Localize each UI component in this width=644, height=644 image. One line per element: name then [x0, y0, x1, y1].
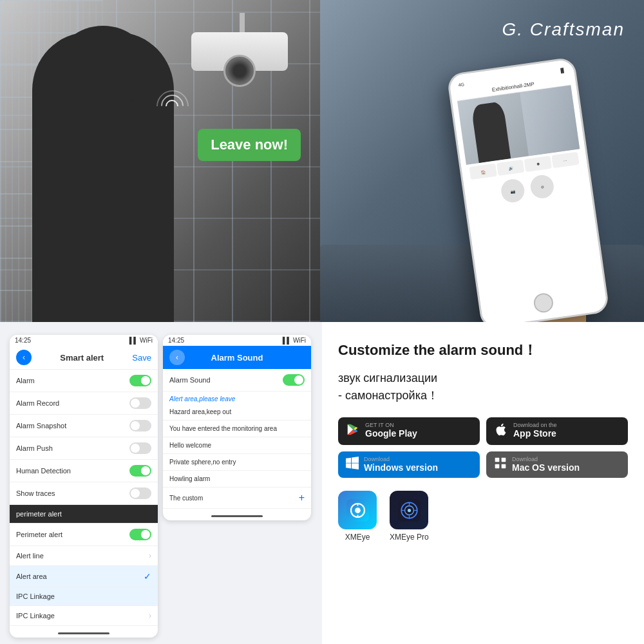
- mac-download-button[interactable]: Download Mac OS version: [486, 451, 628, 478]
- google-play-icon: [346, 422, 360, 440]
- camera-body: [191, 32, 288, 71]
- row-show-traces: Show traces: [10, 482, 158, 505]
- xmeye-label: XMEye: [345, 533, 370, 542]
- google-play-text: GET IT ON Google Play: [365, 422, 417, 439]
- alarm-sound-header: ‹ Alarm Sound: [163, 346, 311, 369]
- mac-text: Download Mac OS version: [512, 457, 580, 473]
- smart-alert-progress: [10, 626, 158, 638]
- hero-phone-body: 4G ▐▌ Exhibitionhall-2MP 🏠: [446, 57, 610, 322]
- svg-rect-0: [495, 458, 500, 462]
- row-ipc-linkage-header: IPC Linkage: [10, 587, 158, 606]
- person-silhouette: [19, 26, 187, 322]
- hero-ctrl-home: 🏠: [469, 164, 497, 180]
- hero-phone-window: [520, 85, 580, 156]
- sound-option-1[interactable]: Hazard area,keep out: [163, 404, 311, 421]
- alarm-sound-toggle-label: Alarm Sound: [169, 376, 211, 384]
- alarm-sound-progress: [163, 509, 311, 520]
- app-icons-row: XMEye XMEye Pro: [338, 491, 628, 542]
- russian-line1: звук сигнализации: [338, 370, 628, 387]
- row-show-traces-label: Show traces: [16, 489, 55, 497]
- camera-image: [191, 13, 307, 90]
- row-alarm-record-toggle[interactable]: [129, 397, 151, 409]
- bottom-section: 14:25 ▐ ▌ WiFi ‹ Smart alert Save Alarm …: [0, 322, 644, 644]
- row-alert-area-label: Alert area: [16, 573, 47, 580]
- hand-phone-group: 4G ▐▌ Exhibitionhall-2MP 🏠: [464, 64, 592, 322]
- hero-phone-person: [471, 101, 511, 163]
- add-custom-icon[interactable]: +: [299, 492, 305, 504]
- app-store-icon: [494, 422, 508, 440]
- row-alarm-label: Alarm: [16, 377, 35, 384]
- row-perimeter-alert-dark: perimeter alert: [10, 505, 158, 524]
- hero-ctrl-more: ⋯: [551, 152, 579, 169]
- row-ipc-linkage: IPC Linkage ›: [10, 606, 158, 626]
- alarm-sound-icons: ▐ ▌ WiFi: [280, 337, 306, 344]
- hero-ctrl-settings: ⚙: [529, 174, 555, 200]
- hero-ctrl-record: ⏺: [524, 156, 552, 173]
- sound-option-4[interactable]: Private sphere,no entry: [163, 454, 311, 471]
- sound-option-2[interactable]: You have entered the monitoring area: [163, 421, 311, 437]
- row-alarm: Alarm: [10, 370, 158, 392]
- alarm-sound-toggle[interactable]: [283, 374, 305, 386]
- smart-alert-card: 14:25 ▐ ▌ WiFi ‹ Smart alert Save Alarm …: [10, 335, 158, 638]
- row-alert-line-label: Alert line: [16, 552, 44, 560]
- sound-option-3[interactable]: Hello welcome: [163, 437, 311, 454]
- hero-phone-screen: 4G ▐▌ Exhibitionhall-2MP 🏠: [449, 59, 608, 322]
- smart-alert-back[interactable]: ‹: [16, 350, 32, 365]
- row-alarm-snapshot: Alarm Snapshot: [10, 415, 158, 437]
- left-hero-image: Leave now!: [0, 0, 320, 322]
- alarm-sound-back[interactable]: ‹: [169, 350, 185, 365]
- row-perimeter-alert-toggle[interactable]: [129, 529, 151, 540]
- windows-sub: Download: [364, 457, 438, 462]
- xmeye-pro-icon: [390, 491, 428, 529]
- row-alert-area: Alert area ✓: [10, 566, 158, 587]
- row-ipc-linkage-label: IPC Linkage: [16, 612, 55, 620]
- hero-time: 4G: [458, 82, 464, 87]
- windows-icon: [346, 457, 359, 473]
- sound-option-custom[interactable]: The custom +: [163, 488, 311, 509]
- row-alarm-snapshot-toggle[interactable]: [129, 420, 151, 431]
- row-alarm-toggle[interactable]: [129, 375, 151, 386]
- google-play-button[interactable]: GET IT ON Google Play: [338, 417, 480, 445]
- hero-signal: ▐▌: [559, 68, 566, 73]
- leave-now-bubble: Leave now!: [198, 129, 301, 161]
- row-human-detection-toggle[interactable]: [129, 465, 151, 477]
- row-perimeter-alert-dark-label: perimeter alert: [16, 510, 62, 518]
- customize-title: Customize the alarm sound！: [338, 341, 628, 360]
- sound-option-1-label: Hazard area,keep out: [169, 408, 231, 415]
- row-alert-line-chevron: ›: [149, 551, 151, 560]
- sound-option-5[interactable]: Howling alarm: [163, 471, 311, 488]
- xmeye-pro-app-item: XMEye Pro: [390, 491, 429, 542]
- svg-point-12: [408, 509, 411, 512]
- svg-point-6: [355, 507, 361, 513]
- progress-line-2: [211, 515, 263, 517]
- xmeye-icon: [338, 491, 377, 529]
- app-store-sub: Download on the: [513, 422, 557, 428]
- row-alarm-snapshot-label: Alarm Snapshot: [16, 422, 66, 430]
- smart-alert-save[interactable]: Save: [132, 353, 151, 363]
- mac-icon: [494, 457, 507, 473]
- row-alert-area-check: ✓: [144, 571, 151, 582]
- row-perimeter-alert: Perimeter alert: [10, 524, 158, 546]
- row-alarm-push: Alarm Push: [10, 437, 158, 460]
- row-human-detection-label: Human Detection: [16, 467, 71, 475]
- sound-option-custom-label: The custom: [169, 495, 203, 502]
- download-grid: GET IT ON Google Play Download on the Ap…: [338, 417, 628, 478]
- person-hood: [58, 26, 148, 103]
- windows-main: Windows version: [364, 462, 438, 473]
- alarm-sound-title: Alarm Sound: [211, 353, 263, 363]
- row-human-detection: Human Detection: [10, 460, 158, 482]
- smart-alert-header: ‹ Smart alert Save: [10, 346, 158, 370]
- camera-lens: [223, 55, 256, 87]
- russian-line2: - самонастройка！: [338, 387, 628, 404]
- smart-alert-icons: ▐ ▌ WiFi: [127, 337, 153, 344]
- app-store-button[interactable]: Download on the App Store: [486, 417, 628, 445]
- right-hero-image: G. Craftsman 4G ▐▌ Exhibitionha: [320, 0, 644, 322]
- person-body: [32, 32, 174, 322]
- russian-text: звук сигнализации - самонастройка！: [338, 370, 628, 404]
- row-alarm-push-toggle[interactable]: [129, 442, 151, 454]
- row-ipc-linkage-chevron: ›: [149, 611, 151, 620]
- windows-download-button[interactable]: Download Windows version: [338, 451, 480, 478]
- alert-area-label: Alert area,please leave: [163, 392, 311, 404]
- leave-now-text: Leave now!: [211, 137, 288, 153]
- row-show-traces-toggle[interactable]: [129, 488, 151, 499]
